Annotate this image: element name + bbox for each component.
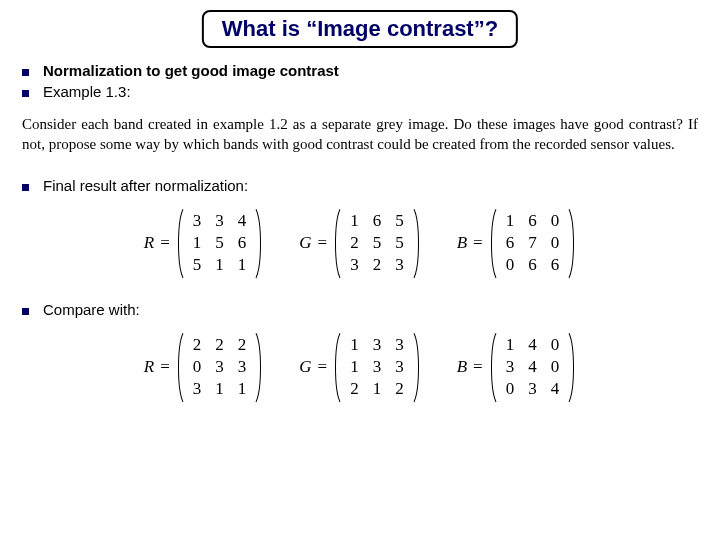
equals-sign: = bbox=[473, 233, 483, 253]
paren-left-icon bbox=[333, 208, 341, 279]
paren-right-icon bbox=[255, 332, 263, 403]
title-box: What is “Image contrast”? bbox=[202, 10, 518, 48]
bullet-icon bbox=[22, 184, 29, 191]
matrix-cell: 3 bbox=[521, 378, 544, 400]
matrix-cell: 2 bbox=[343, 378, 366, 400]
bullet-text: Example 1.3: bbox=[43, 83, 131, 100]
matrix-grid: 140 340 034 bbox=[499, 334, 567, 401]
bullet-compare: Compare with: bbox=[22, 301, 698, 318]
matrix-cell: 1 bbox=[208, 254, 231, 276]
matrix-cell: 6 bbox=[366, 210, 389, 232]
matrix-R-after: R = 334 156 511 bbox=[144, 208, 263, 279]
bullet-text: Normalization to get good image contrast bbox=[43, 62, 339, 79]
matrix-label: G bbox=[299, 357, 311, 377]
matrix-cell: 0 bbox=[544, 232, 567, 254]
bullet-icon bbox=[22, 308, 29, 315]
matrix-label: G bbox=[299, 233, 311, 253]
matrix-B-after: B = 160 670 066 bbox=[457, 208, 576, 279]
matrix-parens: 160 670 066 bbox=[489, 208, 577, 279]
matrix-cell: 5 bbox=[208, 232, 231, 254]
matrix-parens: 133 133 212 bbox=[333, 332, 421, 403]
matrix-parens: 140 340 034 bbox=[489, 332, 577, 403]
slide-content: Normalization to get good image contrast… bbox=[22, 62, 698, 425]
matrix-cell: 3 bbox=[186, 210, 209, 232]
bullet-text: Compare with: bbox=[43, 301, 140, 318]
matrix-cell: 1 bbox=[231, 254, 254, 276]
matrix-cell: 2 bbox=[186, 334, 209, 356]
equals-sign: = bbox=[160, 357, 170, 377]
matrix-cell: 1 bbox=[186, 232, 209, 254]
matrix-cell: 3 bbox=[208, 210, 231, 232]
matrix-cell: 1 bbox=[366, 378, 389, 400]
bullet-text: Final result after normalization: bbox=[43, 177, 248, 194]
matrix-cell: 1 bbox=[343, 356, 366, 378]
matrix-label: R bbox=[144, 357, 154, 377]
matrix-cell: 2 bbox=[388, 378, 411, 400]
paren-left-icon bbox=[489, 208, 497, 279]
matrix-cell: 5 bbox=[388, 232, 411, 254]
matrix-cell: 3 bbox=[343, 254, 366, 276]
matrix-cell: 1 bbox=[343, 210, 366, 232]
paren-left-icon bbox=[176, 332, 184, 403]
matrix-grid: 222 033 311 bbox=[186, 334, 254, 401]
equals-sign: = bbox=[318, 357, 328, 377]
matrix-cell: 1 bbox=[343, 334, 366, 356]
matrix-G-before: G = 133 133 212 bbox=[299, 332, 420, 403]
matrix-cell: 3 bbox=[388, 356, 411, 378]
matrix-cell: 3 bbox=[366, 334, 389, 356]
equals-sign: = bbox=[160, 233, 170, 253]
matrix-cell: 4 bbox=[521, 356, 544, 378]
matrix-cell: 0 bbox=[544, 356, 567, 378]
matrix-B-before: B = 140 340 034 bbox=[457, 332, 576, 403]
equals-sign: = bbox=[318, 233, 328, 253]
matrix-cell: 5 bbox=[186, 254, 209, 276]
matrix-cell: 1 bbox=[231, 378, 254, 400]
paren-right-icon bbox=[568, 332, 576, 403]
matrix-cell: 6 bbox=[544, 254, 567, 276]
matrix-cell: 2 bbox=[343, 232, 366, 254]
matrix-cell: 4 bbox=[544, 378, 567, 400]
matrix-grid: 334 156 511 bbox=[186, 210, 254, 277]
matrix-cell: 7 bbox=[521, 232, 544, 254]
paren-left-icon bbox=[176, 208, 184, 279]
equals-sign: = bbox=[473, 357, 483, 377]
matrix-cell: 1 bbox=[208, 378, 231, 400]
matrix-cell: 5 bbox=[388, 210, 411, 232]
matrix-grid: 160 670 066 bbox=[499, 210, 567, 277]
bullet-final-result: Final result after normalization: bbox=[22, 177, 698, 194]
bullet-icon bbox=[22, 69, 29, 76]
matrix-cell: 3 bbox=[388, 254, 411, 276]
bullet-example: Example 1.3: bbox=[22, 83, 698, 100]
matrix-cell: 0 bbox=[499, 254, 522, 276]
matrix-label: R bbox=[144, 233, 154, 253]
matrix-label: B bbox=[457, 357, 467, 377]
matrix-cell: 3 bbox=[366, 356, 389, 378]
paren-right-icon bbox=[413, 208, 421, 279]
matrix-cell: 3 bbox=[231, 356, 254, 378]
matrices-before-row: R = 222 033 311 G = bbox=[22, 332, 698, 403]
matrix-cell: 0 bbox=[499, 378, 522, 400]
matrix-cell: 6 bbox=[499, 232, 522, 254]
matrix-grid: 165 255 323 bbox=[343, 210, 411, 277]
matrix-cell: 3 bbox=[186, 378, 209, 400]
matrix-cell: 3 bbox=[208, 356, 231, 378]
matrix-cell: 2 bbox=[231, 334, 254, 356]
paren-left-icon bbox=[489, 332, 497, 403]
matrix-cell: 0 bbox=[544, 334, 567, 356]
matrix-cell: 6 bbox=[521, 210, 544, 232]
matrix-R-before: R = 222 033 311 bbox=[144, 332, 263, 403]
matrix-parens: 222 033 311 bbox=[176, 332, 264, 403]
matrix-label: B bbox=[457, 233, 467, 253]
paren-right-icon bbox=[413, 332, 421, 403]
matrix-cell: 4 bbox=[521, 334, 544, 356]
paren-right-icon bbox=[255, 208, 263, 279]
bullet-icon bbox=[22, 90, 29, 97]
slide: What is “Image contrast”? Normalization … bbox=[0, 0, 720, 540]
matrix-cell: 0 bbox=[544, 210, 567, 232]
matrix-cell: 2 bbox=[366, 254, 389, 276]
matrix-G-after: G = 165 255 323 bbox=[299, 208, 420, 279]
matrix-cell: 1 bbox=[499, 334, 522, 356]
matrix-cell: 3 bbox=[388, 334, 411, 356]
paren-right-icon bbox=[568, 208, 576, 279]
problem-statement: Consider each band created in example 1.… bbox=[22, 114, 698, 155]
